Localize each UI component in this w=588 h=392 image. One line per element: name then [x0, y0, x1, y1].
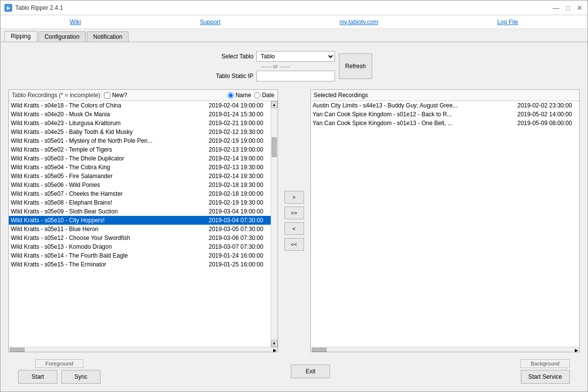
exit-button[interactable]: Exit: [291, 365, 330, 378]
add-one-button[interactable]: >: [284, 191, 304, 204]
recording-name: Wild Kratts - s04e23 - Liturgusa Krattor…: [11, 120, 205, 127]
support-link[interactable]: Support: [200, 19, 221, 26]
recording-name: Wild Kratts - s05e11 - Blue Heron: [11, 226, 205, 233]
app-icon: ▶: [4, 4, 12, 12]
selected-recordings-list[interactable]: Austin City Limits - s44e13 - Buddy Guy;…: [311, 101, 580, 347]
selected-scrollbar-h[interactable]: ▶: [311, 347, 580, 352]
selected-recording-name: Austin City Limits - s44e13 - Buddy Guy;…: [313, 102, 514, 109]
recording-date: 2019-02-14 19:00:00: [205, 155, 269, 162]
selected-h-thumb: [312, 348, 327, 352]
recording-row[interactable]: Wild Kratts - s05e15 - The Erminator2019…: [9, 260, 271, 269]
selected-recording-name: Yan Can Cook Spice Kingdom - s01e12 - Ba…: [313, 111, 514, 118]
recording-name: Wild Kratts - s05e12 - Choose Your Sword…: [11, 235, 205, 241]
background-group: Background Start Service: [520, 359, 570, 384]
recording-row[interactable]: Wild Kratts - s05e10 - City Hoppers!2019…: [9, 216, 271, 225]
recording-row[interactable]: Wild Kratts - s05e11 - Blue Heron2019-03…: [9, 225, 271, 234]
recording-name: Wild Kratts - s05e03 - The Dhole Duplica…: [11, 155, 205, 162]
new-checkbox[interactable]: [104, 92, 110, 99]
arrow-buttons: > >> < <<: [282, 89, 307, 352]
recording-date: 2019-01-24 15:30:00: [205, 111, 269, 118]
scroll-right-btn[interactable]: ▶: [273, 348, 277, 353]
recordings-list[interactable]: Wild Kratts - s04e18 - The Colors of Chi…: [9, 101, 271, 347]
recording-name: Wild Kratts - s04e25 - Baby Tooth & Kid …: [11, 129, 205, 135]
close-button[interactable]: ✕: [576, 4, 584, 12]
recording-row[interactable]: Wild Kratts - s05e02 - Temple of Tigers2…: [9, 145, 271, 154]
recording-name: Wild Kratts - s05e14 - The Fourth Bald E…: [11, 252, 205, 259]
start-service-button[interactable]: Start Service: [521, 370, 570, 384]
recordings-scrollbar-h[interactable]: ▶: [9, 347, 278, 352]
new-checkbox-label[interactable]: New?: [104, 92, 127, 99]
recording-date: 2019-03-04 07:30:00: [205, 217, 269, 224]
recording-date: 2019-02-21 19:00:00: [205, 120, 269, 127]
recording-row[interactable]: Wild Kratts - s04e20 - Musk Ox Mania2019…: [9, 110, 271, 119]
recording-row[interactable]: Wild Kratts - s05e13 - Komodo Dragon2019…: [9, 242, 271, 251]
scroll-down-btn[interactable]: ▼: [271, 340, 278, 347]
sort-date-label[interactable]: Date: [254, 92, 274, 99]
recording-row[interactable]: Wild Kratts - s05e12 - Choose Your Sword…: [9, 234, 271, 242]
recording-date: 2019-02-14 19:30:00: [205, 173, 269, 180]
sort-name-label[interactable]: Name: [228, 92, 251, 99]
logfile-link[interactable]: Log File: [497, 19, 518, 26]
tab-configuration[interactable]: Configuration: [38, 31, 86, 42]
recording-row[interactable]: Wild Kratts - s05e14 - The Fourth Bald E…: [9, 251, 271, 260]
recording-date: 2019-02-18 19:00:00: [205, 190, 269, 197]
minimize-button[interactable]: —: [552, 4, 560, 12]
recording-row[interactable]: Wild Kratts - s05e08 - Elephant Brains!2…: [9, 198, 271, 207]
selected-recording-row[interactable]: Austin City Limits - s44e13 - Buddy Guy;…: [311, 101, 580, 110]
selected-scroll-right-btn[interactable]: ▶: [575, 348, 578, 353]
recording-row[interactable]: Wild Kratts - s05e09 - Sloth Bear Suctio…: [9, 207, 271, 216]
recording-date: 2019-02-19 19:30:00: [205, 199, 269, 206]
window-controls: — □ ✕: [552, 4, 584, 12]
recording-name: Wild Kratts - s05e01 - Mystery of the No…: [11, 137, 205, 144]
selected-panel-header: Selected Recordings: [311, 90, 580, 101]
recordings-panel-header: Tablo Recordings (* = incomplete) New? N…: [9, 90, 278, 101]
remove-all-button[interactable]: <<: [284, 238, 304, 251]
title-bar: ▶ Tablo Ripper 2.4.1 — □ ✕: [0, 0, 588, 15]
main-content: Select Tablo Tablo ------ or ------ Tabl…: [0, 42, 588, 392]
recording-row[interactable]: Wild Kratts - s05e03 - The Dhole Duplica…: [9, 154, 271, 163]
recording-date: 2019-02-04 19:00:00: [205, 102, 269, 109]
maximize-button[interactable]: □: [564, 4, 572, 12]
recording-row[interactable]: Wild Kratts - s05e05 - Fire Salamander20…: [9, 172, 271, 181]
recording-row[interactable]: Wild Kratts - s05e07 - Cheeks the Hamste…: [9, 189, 271, 198]
recording-row[interactable]: Wild Kratts - s04e23 - Liturgusa Krattor…: [9, 119, 271, 128]
mytablotv-link[interactable]: my.tablotv.com: [339, 19, 378, 26]
recording-name: Wild Kratts - s05e04 - The Cobra King: [11, 164, 205, 171]
recording-row[interactable]: Wild Kratts - s04e18 - The Colors of Chi…: [9, 101, 271, 110]
wiki-link[interactable]: Wiki: [70, 19, 81, 26]
recordings-scrollbar-v[interactable]: ▲ ▼: [271, 101, 278, 347]
selected-recording-row[interactable]: Yan Can Cook Spice Kingdom - s01e13 - On…: [311, 119, 580, 128]
tab-ripping[interactable]: Ripping: [4, 31, 37, 42]
background-btn-row: Start Service: [521, 370, 570, 384]
recording-date: 2019-01-24 16:00:00: [205, 252, 269, 259]
recording-name: Wild Kratts - s05e07 - Cheeks the Hamste…: [11, 190, 205, 197]
scroll-track: [271, 108, 278, 340]
sort-name-radio[interactable]: [228, 92, 234, 99]
window-title: Tablo Ripper 2.4.1: [15, 4, 63, 11]
recording-row[interactable]: Wild Kratts - s05e01 - Mystery of the No…: [9, 136, 271, 145]
add-all-button[interactable]: >>: [284, 207, 304, 219]
recording-date: 2019-03-04 19:00:00: [205, 208, 269, 215]
scroll-up-btn[interactable]: ▲: [271, 101, 278, 108]
recording-date: 2019-02-19 19:00:00: [205, 137, 269, 144]
recording-date: 2019-03-05 07:30:00: [205, 226, 269, 233]
start-button[interactable]: Start: [18, 370, 57, 384]
recording-name: Wild Kratts - s04e20 - Musk Ox Mania: [11, 111, 205, 118]
remove-one-button[interactable]: <: [284, 222, 304, 235]
sort-date-radio[interactable]: [254, 92, 260, 99]
recording-name: Wild Kratts - s05e10 - City Hoppers!: [11, 217, 205, 224]
recording-date: 2019-03-07 07:30:00: [205, 243, 269, 250]
recording-row[interactable]: Wild Kratts - s04e25 - Baby Tooth & Kid …: [9, 128, 271, 136]
recording-date: 2019-02-13 19:00:00: [205, 146, 269, 153]
recording-date: 2019-03-06 07:30:00: [205, 235, 269, 241]
recording-row[interactable]: Wild Kratts - s05e06 - Wild Ponies2019-0…: [9, 181, 271, 189]
refresh-button[interactable]: Refresh: [339, 53, 372, 79]
tab-notification[interactable]: Notification: [87, 31, 128, 42]
tablo-select[interactable]: Tablo: [256, 51, 335, 62]
selected-recording-row[interactable]: Yan Can Cook Spice Kingdom - s01e12 - Ba…: [311, 110, 580, 119]
static-ip-input[interactable]: [256, 71, 335, 81]
select-tablo-label: Select Tablo: [216, 53, 254, 60]
selected-recording-date: 2019-05-02 14:00:00: [513, 111, 577, 118]
recording-row[interactable]: Wild Kratts - s05e04 - The Cobra King201…: [9, 163, 271, 172]
sync-button[interactable]: Sync: [61, 370, 101, 384]
